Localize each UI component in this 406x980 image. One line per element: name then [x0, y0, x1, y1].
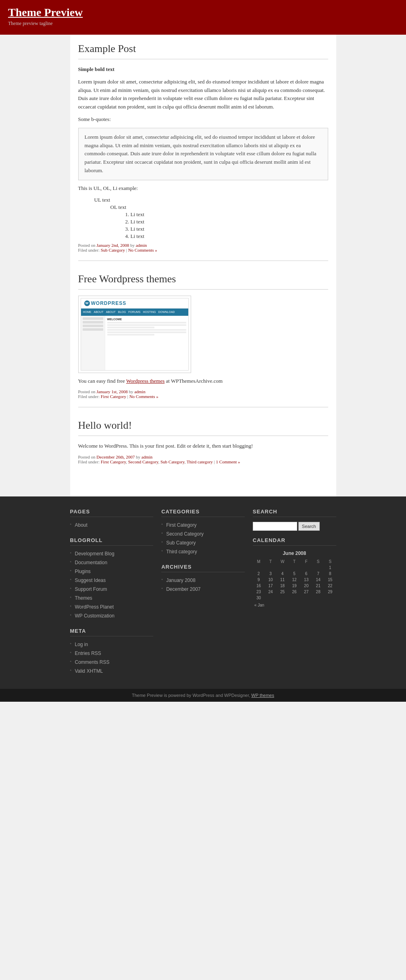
post-author-hello[interactable]: admin [142, 455, 153, 459]
post-category-themes[interactable]: First Category [101, 394, 126, 399]
blogroll-item-plugins: Plugins [70, 568, 154, 575]
hello-paragraph: Welcome to WordPress. This is your first… [78, 442, 328, 450]
wp-body: WELCOME [81, 316, 188, 370]
calendar-prev-nav[interactable]: « Jan [254, 603, 264, 607]
archives-list: January 2008 December 2007 [161, 577, 245, 592]
cat-item-sub: Sub Category [161, 540, 245, 546]
by-label: by [130, 243, 135, 248]
archive-item-dec2007: December 2007 [161, 586, 245, 592]
archives-heading: ARCHIVES [161, 564, 245, 572]
wordpress-screenshot: W WordPress HOME ABOUT ABOUT BLOG FORUMS… [78, 296, 191, 373]
wp-nav-hosting: HOSTING [143, 311, 156, 313]
posted-on-label-2: Posted on [78, 389, 96, 394]
post-date-hello[interactable]: December 26th, 2007 [96, 455, 135, 459]
cal-day-t1: T [264, 559, 277, 565]
meta-link-entries[interactable]: Entries RSS [75, 651, 101, 656]
cal-nav-row: « Jan [253, 601, 336, 608]
blogroll-item-suggest: Suggest Ideas [70, 577, 154, 584]
footer-col-3: SEARCH Search CALENDAR June 2008 M T W T [253, 509, 336, 677]
meta-link-login[interactable]: Log in [75, 642, 88, 647]
wp-nav-bar: HOME ABOUT ABOUT BLOG FORUMS HOSTING DOW… [81, 309, 188, 316]
footer-bottom-text: Theme Preview is powered by WordPress an… [8, 693, 398, 698]
post-cat-1[interactable]: First Category [101, 459, 126, 464]
post-comments-hello[interactable]: 1 Comment » [216, 459, 240, 464]
cal-week-4: 16171819202122 [253, 583, 336, 589]
bquotes-label: Some b-quotes: [78, 115, 328, 124]
blogroll-link-plugins[interactable]: Plugins [75, 569, 91, 574]
post-title-hello: Hello world! [78, 419, 328, 432]
wordpress-themes-link[interactable]: Wordpress themes [126, 378, 164, 384]
search-button[interactable]: Search [298, 522, 320, 531]
blogroll-link-docs[interactable]: Documentation [75, 560, 108, 565]
post-meta-themes: Posted on January 1st, 2008 by admin Fil… [78, 389, 328, 399]
blogroll-link-wpcustom[interactable]: WP Customization [75, 613, 115, 619]
cat-item-second: Second Category [161, 531, 245, 537]
archive-link-jan2008[interactable]: January 2008 [166, 578, 196, 583]
post-cat-3[interactable]: Sub Category [160, 459, 184, 464]
post-category-example[interactable]: Sub Category [101, 248, 125, 252]
site-title-link[interactable]: Theme Preview [8, 6, 83, 19]
post-content-hello: Welcome to WordPress. This is your first… [78, 442, 328, 450]
post-date-example[interactable]: January 2nd, 2008 [96, 243, 129, 248]
ol-item: OL text [110, 204, 328, 211]
site-tagline: Theme preview tagline [8, 21, 398, 27]
wp-logo-circle: W [84, 300, 90, 306]
wp-sidebar-item-2 [83, 321, 103, 323]
blogroll-item-support: Support Forum [70, 586, 154, 592]
blogroll-item-themes: Themes [70, 595, 154, 601]
cat-link-third[interactable]: Third category [166, 549, 197, 555]
calendar-table: M T W T F S S 1 [253, 559, 336, 608]
li-item-1: Li text [131, 211, 328, 218]
meta-link-comments[interactable]: Comments RSS [75, 659, 110, 665]
post-comments-example[interactable]: No Comments » [128, 248, 157, 252]
bold-text: Simple bold text [78, 66, 115, 72]
cal-day-s2: S [324, 559, 336, 565]
blogroll-link-themes[interactable]: Themes [75, 595, 92, 601]
post-comments-themes[interactable]: No Comments » [129, 394, 158, 399]
post-content-example: Simple bold text Lorem ipsum dolor sit a… [78, 65, 328, 240]
wp-nav-forums: FORUMS [128, 311, 140, 313]
footer-col-2: CATEGORIES First Category Second Categor… [161, 509, 245, 677]
post-author-example[interactable]: admin [136, 243, 147, 248]
cat-link-second[interactable]: Second Category [166, 531, 204, 537]
blogroll-item-wpplanet: WordPress Planet [70, 604, 154, 610]
site-title[interactable]: Theme Preview [8, 6, 398, 19]
wp-sidebar-item-1 [83, 317, 103, 320]
pages-link-about[interactable]: About [75, 522, 87, 528]
li-item-3: Li text [131, 226, 328, 232]
blogroll-item-wpcustom: WP Customization [70, 613, 154, 619]
footer-wp-themes-link[interactable]: WP themes [251, 693, 274, 698]
meta-item-comments: Comments RSS [70, 659, 154, 665]
post-paragraph: Lorem ipsum dolor sit amet, consectetur … [78, 78, 328, 111]
calendar-month: June 2008 [253, 550, 336, 556]
wp-text-1 [107, 322, 186, 323]
cal-day-f: F [300, 559, 312, 565]
archive-link-dec2007[interactable]: December 2007 [166, 586, 200, 592]
post-cat-2[interactable]: Second Category [128, 459, 158, 464]
calendar: June 2008 M T W T F S S [253, 550, 336, 608]
wp-logo-letter: W [85, 301, 89, 305]
blogroll-link-devblog[interactable]: Development Blog [75, 551, 115, 557]
cat-link-first[interactable]: First Category [166, 522, 196, 528]
wp-nav-home: HOME [83, 311, 92, 313]
categories-list: First Category Second Category Sub Categ… [161, 522, 245, 555]
post-author-themes[interactable]: admin [134, 389, 146, 394]
cat-link-sub[interactable]: Sub Category [166, 540, 196, 546]
wp-logo-text: WordPress [91, 300, 127, 306]
cat-item-third: Third category [161, 548, 245, 555]
blogroll-link-support[interactable]: Support Forum [75, 586, 107, 592]
meta-link-xhtml[interactable]: Valid XHTML [75, 668, 103, 674]
wp-sidebar [81, 316, 105, 370]
cal-week-2: 2345678 [253, 571, 336, 577]
blogroll-link-suggest[interactable]: Suggest Ideas [75, 578, 106, 583]
list-label: This is UL, OL, Li example: [78, 184, 328, 193]
site-header: Theme Preview Theme preview tagline [0, 0, 406, 35]
post-cat-4[interactable]: Third category [187, 459, 213, 464]
wp-text-4 [107, 329, 186, 331]
wp-text-3 [107, 327, 155, 328]
blogroll-link-wpplanet[interactable]: WordPress Planet [75, 604, 114, 610]
post-date-themes[interactable]: January 1st, 2008 [96, 389, 127, 394]
blogroll-item-devblog: Development Blog [70, 550, 154, 557]
search-input[interactable] [253, 522, 297, 531]
cal-week-5: 23242526272829 [253, 589, 336, 595]
